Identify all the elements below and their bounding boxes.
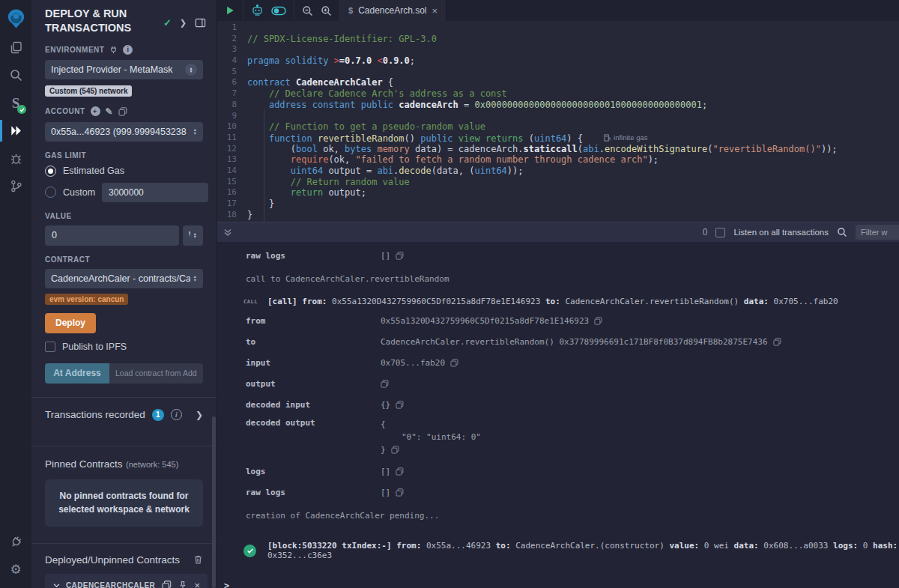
account-select[interactable]: 0x55a...46923 (999.9999453238 ▲▼ [45,122,203,142]
custom-gas-option[interactable]: Custom [45,183,203,202]
search-icon[interactable] [0,61,31,89]
copy-icon[interactable] [381,380,389,388]
run-script-icon[interactable] [225,5,235,16]
filter-transactions-input[interactable] [856,225,899,240]
file-explorer-icon[interactable] [0,34,31,61]
add-account-icon[interactable]: + [91,106,100,116]
line-number[interactable]: 9 [217,111,247,122]
gas-limit-label: GAS LIMIT [45,151,203,160]
transactions-info-icon[interactable]: i [171,409,182,420]
expand-transactions-icon[interactable]: ❯ [196,410,203,420]
code-line[interactable]: 15 // Return random value [217,177,899,188]
code-line[interactable]: 11 function revertibleRandom() public vi… [217,133,899,144]
remove-contract-icon[interactable]: × [194,581,200,588]
publish-ipfs-checkbox[interactable] [45,342,55,352]
code-line[interactable]: 2// SPDX-License-Identifier: GPL-3.0 [217,34,899,45]
radio-selected-icon[interactable] [45,166,56,177]
close-tab-icon[interactable]: × [432,5,438,16]
custom-gas-input[interactable] [102,183,208,202]
line-number[interactable]: 10 [217,121,247,133]
copy-icon[interactable] [396,488,404,497]
at-address-input[interactable] [109,363,203,384]
gas-icon [604,134,611,142]
line-number[interactable]: 7 [217,88,247,100]
chevron-down-icon[interactable] [52,581,61,588]
sign-message-icon[interactable]: ✎ [106,106,114,117]
line-number[interactable]: 11 [217,133,247,144]
ai-assistant-robot-icon[interactable] [251,4,264,16]
environment-select[interactable]: Injected Provider - MetaMask ▲▼ [45,60,203,79]
estimated-gas-option[interactable]: Estimated Gas [45,166,203,177]
code-line[interactable]: 14 uint64 output = abi.decode(data, (uin… [217,166,899,177]
remix-logo[interactable] [0,4,31,34]
contract-select[interactable]: CadenceArchCaler - contracts/Cac ▲▼ [45,269,203,288]
code-line[interactable]: 5 [217,67,899,78]
deploy-button[interactable]: Deploy [45,313,96,333]
deploy-run-icon[interactable] [0,117,31,145]
copy-icon[interactable] [773,338,781,346]
search-transactions-icon[interactable] [837,227,847,237]
copy-icon[interactable] [391,446,399,454]
line-number[interactable]: 14 [217,166,247,177]
line-number[interactable]: 17 [217,198,247,210]
transactions-recorded-row[interactable]: Transactions recorded 1 i ❯ [31,398,217,432]
line-number[interactable]: 13 [217,154,247,166]
code-line[interactable]: 8 address constant public cadenceArch = … [217,100,899,111]
line-number[interactable]: 3 [217,44,247,55]
git-icon[interactable] [0,172,31,200]
line-number[interactable]: 5 [217,67,247,78]
panel-scrollbar[interactable] [212,416,216,588]
value-input[interactable] [45,225,179,246]
copy-icon[interactable] [396,252,404,260]
radio-unselected-icon[interactable] [45,187,56,198]
code-line[interactable]: 3 [217,44,899,55]
line-number[interactable]: 18 [217,210,247,221]
solidity-compiler-icon[interactable]: S [0,89,31,117]
code-line[interactable]: 6contract CadenceArchCaler { [217,77,899,88]
copy-icon[interactable] [396,401,404,409]
code-line[interactable]: 4pragma solidity >=0.7.0 <0.9.0; [217,55,899,67]
plug-icon[interactable] [109,46,118,54]
expand-terminal-icon[interactable] [223,228,232,237]
line-number[interactable]: 16 [217,187,247,198]
settings-icon[interactable]: ⚙ [0,556,31,584]
at-address-button[interactable]: At Address [45,363,109,384]
line-number[interactable]: 15 [217,177,247,188]
terminal-prompt[interactable]: > [217,581,899,588]
copy-account-icon[interactable] [118,107,127,116]
pin-panel-icon[interactable] [195,17,206,28]
code-line[interactable]: 17 } [217,198,899,210]
copy-icon[interactable] [396,467,404,476]
publish-ipfs-option[interactable]: Publish to IPFS [45,342,203,352]
code-line[interactable]: 7 // Declare Cadence Arch's address as a… [217,88,899,100]
trash-icon[interactable] [193,554,203,565]
line-number[interactable]: 8 [217,100,247,111]
code-line[interactable]: 12 (bool ok, bytes memory data) = cadenc… [217,144,899,155]
code-editor[interactable]: 12// SPDX-License-Identifier: GPL-3.034p… [217,21,899,222]
plugin-manager-icon[interactable] [0,528,31,556]
copy-icon[interactable] [594,317,602,325]
environment-info-icon[interactable]: i [123,45,133,55]
line-number[interactable]: 6 [217,77,247,88]
line-number[interactable]: 2 [217,34,247,45]
code-line[interactable]: 1 [217,22,899,34]
code-line[interactable]: 16 return output; [217,187,899,198]
copy-icon[interactable] [162,581,172,588]
code-line[interactable]: 13 require(ok, "failed to fetch a random… [217,154,899,166]
collapse-panel-icon[interactable]: ❯ [180,18,187,28]
code-line[interactable]: 9 [217,111,899,122]
line-number[interactable]: 1 [217,22,247,34]
copy-icon[interactable] [450,359,458,367]
tab-cadencearch[interactable]: $ CadenceArch.sol × [340,0,447,21]
debugger-icon[interactable] [0,145,31,172]
zoom-in-icon[interactable] [321,5,332,16]
line-number[interactable]: 4 [217,55,247,67]
code-line[interactable]: 10 // Function to get a pseudo-random va… [217,121,899,133]
zoom-out-icon[interactable] [302,5,313,16]
code-line[interactable]: 18} [217,210,899,221]
value-unit-select[interactable]: Wei ▲▼ [183,225,203,246]
copilot-toggle-icon[interactable] [271,6,286,16]
pin-contract-icon[interactable] [178,581,187,588]
line-number[interactable]: 12 [217,144,247,155]
listen-all-checkbox[interactable] [715,228,725,237]
